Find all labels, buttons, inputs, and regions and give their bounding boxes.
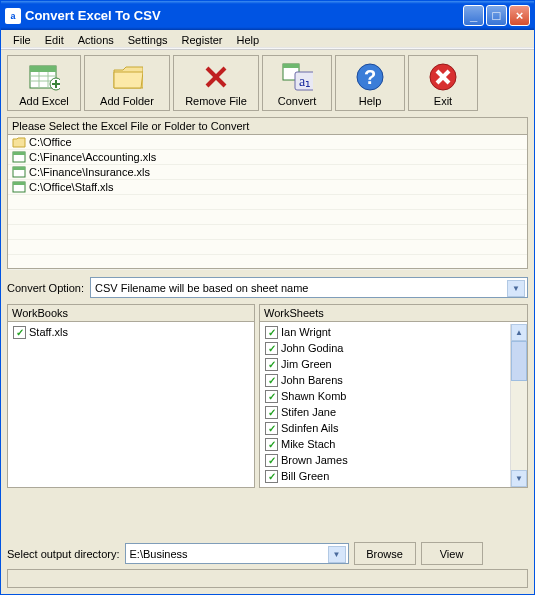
scroll-thumb[interactable] <box>511 341 527 381</box>
worksheet-name: John Barens <box>281 374 343 386</box>
scroll-up-button[interactable]: ▲ <box>511 324 527 341</box>
checkbox[interactable]: ✓ <box>265 358 278 371</box>
convert-option-label: Convert Option: <box>7 282 84 294</box>
help-icon: ? <box>354 61 386 93</box>
file-list-item[interactable]: C:\Finance\Insurance.xls <box>8 165 527 180</box>
worksheets-panel: WorkSheets ✓Ian Wrignt✓John Godina✓Jim G… <box>259 304 528 488</box>
worksheets-scrollbar[interactable]: ▲ ▼ <box>510 324 527 487</box>
convert-button[interactable]: a₁ Convert <box>262 55 332 111</box>
checkbox[interactable]: ✓ <box>265 422 278 435</box>
worksheet-item[interactable]: ✓John Godina <box>263 340 509 356</box>
workbook-name: Staff.xls <box>29 326 68 338</box>
menubar: File Edit Actions Settings Register Help <box>1 30 534 50</box>
svg-rect-25 <box>13 182 25 185</box>
menu-settings[interactable]: Settings <box>122 32 174 48</box>
convert-icon: a₁ <box>281 61 313 93</box>
workbook-item[interactable]: ✓Staff.xls <box>11 324 251 340</box>
file-list-header[interactable]: Please Select the Excel File or Folder t… <box>8 118 527 135</box>
checkbox[interactable]: ✓ <box>265 454 278 467</box>
worksheet-name: Ian Wrignt <box>281 326 331 338</box>
worksheet-item[interactable]: ✓Brown James <box>263 452 509 468</box>
menu-register[interactable]: Register <box>176 32 229 48</box>
status-bar <box>7 569 528 588</box>
worksheet-name: Jim Green <box>281 358 332 370</box>
file-list-empty-row <box>8 255 527 270</box>
worksheets-header[interactable]: WorkSheets <box>260 305 527 322</box>
excel-file-icon <box>12 151 26 163</box>
tool-label: Add Excel <box>19 95 69 107</box>
minimize-button[interactable]: _ <box>463 5 484 26</box>
menu-help[interactable]: Help <box>231 32 266 48</box>
file-list-empty-row <box>8 225 527 240</box>
content-area: Please Select the Excel File or Folder t… <box>1 115 534 536</box>
workbooks-header[interactable]: WorkBooks <box>8 305 254 322</box>
add-excel-button[interactable]: Add Excel <box>7 55 81 111</box>
scroll-down-button[interactable]: ▼ <box>511 470 527 487</box>
excel-file-icon <box>12 166 26 178</box>
file-path: C:\Office <box>29 136 72 148</box>
output-row: Select output directory: E:\Business Bro… <box>7 542 528 565</box>
tool-label: Exit <box>434 95 452 107</box>
svg-rect-23 <box>13 167 25 170</box>
worksheet-item[interactable]: ✓John Barens <box>263 372 509 388</box>
window-title: Convert Excel To CSV <box>25 8 463 23</box>
worksheet-name: John Godina <box>281 342 343 354</box>
file-list-item[interactable]: C:\Office\Staff.xls <box>8 180 527 195</box>
close-button[interactable]: × <box>509 5 530 26</box>
scroll-track[interactable] <box>511 381 527 470</box>
folder-icon <box>12 136 26 148</box>
add-folder-button[interactable]: Add Folder <box>84 55 170 111</box>
checkbox[interactable]: ✓ <box>265 406 278 419</box>
worksheet-name: Sdinfen Ails <box>281 422 338 434</box>
svg-text:a₁: a₁ <box>299 74 311 89</box>
tool-label: Help <box>359 95 382 107</box>
svg-text:?: ? <box>364 66 376 88</box>
convert-option-select[interactable]: CSV Filename will be based on sheet name <box>90 277 528 298</box>
titlebar[interactable]: a Convert Excel To CSV _ □ × <box>1 1 534 30</box>
menu-edit[interactable]: Edit <box>39 32 70 48</box>
worksheet-item[interactable]: ✓Shawn Komb <box>263 388 509 404</box>
worksheet-item[interactable]: ✓Jim Green <box>263 356 509 372</box>
file-path: C:\Finance\Accounting.xls <box>29 151 156 163</box>
toolbar: Add Excel Add Folder Remove File a₁ Conv… <box>1 50 534 115</box>
checkbox[interactable]: ✓ <box>265 326 278 339</box>
worksheet-item[interactable]: ✓Bill Green <box>263 468 509 484</box>
remove-file-button[interactable]: Remove File <box>173 55 259 111</box>
file-list-empty-row <box>8 195 527 210</box>
checkbox[interactable]: ✓ <box>265 342 278 355</box>
exit-button[interactable]: Exit <box>408 55 478 111</box>
worksheet-item[interactable]: ✓Stifen Jane <box>263 404 509 420</box>
menu-file[interactable]: File <box>7 32 37 48</box>
maximize-button[interactable]: □ <box>486 5 507 26</box>
tool-label: Add Folder <box>100 95 154 107</box>
exit-icon <box>427 61 459 93</box>
svg-rect-21 <box>13 152 25 155</box>
view-button[interactable]: View <box>421 542 483 565</box>
file-list-body[interactable]: C:\OfficeC:\Finance\Accounting.xlsC:\Fin… <box>8 135 527 270</box>
file-list-item[interactable]: C:\Finance\Accounting.xls <box>8 150 527 165</box>
output-directory-select[interactable]: E:\Business <box>125 543 349 564</box>
app-icon: a <box>5 8 21 24</box>
excel-add-icon <box>28 61 60 93</box>
menu-actions[interactable]: Actions <box>72 32 120 48</box>
checkbox[interactable]: ✓ <box>265 390 278 403</box>
checkbox[interactable]: ✓ <box>265 470 278 483</box>
output-label: Select output directory: <box>7 548 120 560</box>
svg-rect-1 <box>30 66 56 72</box>
worksheet-item[interactable]: ✓Sdinfen Ails <box>263 420 509 436</box>
worksheet-name: Shawn Komb <box>281 390 346 402</box>
help-button[interactable]: ? Help <box>335 55 405 111</box>
worksheet-item[interactable]: ✓Ian Wrignt <box>263 324 509 340</box>
workbooks-panel: WorkBooks ✓Staff.xls <box>7 304 255 488</box>
workbooks-body[interactable]: ✓Staff.xls <box>8 322 254 487</box>
file-list-item[interactable]: C:\Office <box>8 135 527 150</box>
worksheets-body[interactable]: ✓Ian Wrignt✓John Godina✓Jim Green✓John B… <box>260 322 527 487</box>
browse-button[interactable]: Browse <box>354 542 416 565</box>
checkbox[interactable]: ✓ <box>13 326 26 339</box>
worksheet-item[interactable]: ✓Mike Stach <box>263 436 509 452</box>
remove-icon <box>200 61 232 93</box>
file-path: C:\Office\Staff.xls <box>29 181 114 193</box>
checkbox[interactable]: ✓ <box>265 438 278 451</box>
checkbox[interactable]: ✓ <box>265 374 278 387</box>
tool-label: Remove File <box>185 95 247 107</box>
